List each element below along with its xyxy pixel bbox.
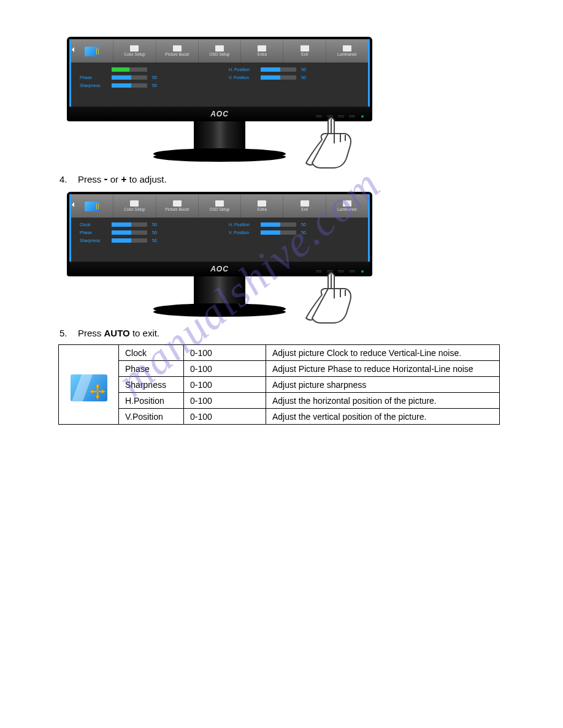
monitor-logo: AOC [210, 265, 229, 273]
monitor-figure-1: Color Setup Picture Boost OSD Setup Extr… [67, 37, 372, 162]
osd-row: V. Position50 [229, 230, 359, 235]
monitor-figure-2: Color Setup Picture Boost OSD Setup Extr… [67, 192, 372, 317]
osd-tab-extra: Extra [240, 194, 283, 218]
osd-tab-picture-boost: Picture Boost [156, 39, 198, 63]
svg-marker-7 [98, 390, 105, 393]
osd-tab-extra: Extra [240, 39, 283, 63]
osd-row: Sharpness50 [80, 238, 210, 243]
osd-tab-luminance: Luminance [326, 194, 368, 218]
exit-icon [301, 45, 309, 51]
osd-row: Phase50 [80, 75, 210, 80]
osd-tab-picture-boost: Picture Boost [156, 194, 198, 218]
setting-desc: Adjust the vertical position of the pict… [266, 409, 500, 425]
osd-tab-image-setup [71, 194, 113, 218]
table-row: Clock 0-100 Adjust picture Clock to redu… [59, 345, 500, 361]
osd-row: H. Position50 [229, 67, 359, 72]
step-text: Press AUTO to exit. [78, 328, 159, 338]
table-icon-cell [59, 345, 119, 425]
monitor-logo: AOC [210, 110, 229, 118]
color-icon [130, 200, 139, 207]
osd-tab-color: Color Setup [113, 39, 155, 63]
setting-range: 0-100 [184, 393, 266, 409]
svg-marker-4 [96, 384, 99, 391]
setting-name: Clock [119, 345, 184, 361]
luminance-icon [343, 200, 351, 207]
setting-desc: Adjust picture Clock to reduce Vertical-… [266, 345, 500, 361]
setting-name: Phase [119, 361, 184, 377]
svg-marker-5 [96, 392, 99, 400]
osd-setup-icon [215, 200, 224, 207]
luminance-icon [343, 45, 351, 51]
osd-tab-exit: Exit [283, 39, 325, 63]
osd-tabs: Color Setup Picture Boost OSD Setup Extr… [71, 39, 368, 63]
setting-name: H.Position [119, 393, 184, 409]
image-setup-icon [85, 47, 99, 56]
extra-icon [258, 200, 266, 207]
osd-tab-luminance: Luminance [326, 39, 368, 63]
table-row: V.Position 0-100 Adjust the vertical pos… [59, 409, 500, 425]
setting-desc: Adjust the horizontal position of the pi… [266, 393, 500, 409]
picture-boost-icon [173, 200, 182, 207]
step-number: 4. [59, 174, 78, 184]
osd-tab-image-setup [71, 39, 113, 63]
osd-row [80, 67, 210, 72]
osd-tab-exit: Exit [283, 194, 325, 218]
picture-boost-icon [173, 45, 182, 51]
exit-icon [301, 200, 309, 207]
extra-icon [258, 45, 266, 51]
setting-range: 0-100 [184, 361, 266, 377]
osd-row: V. Position50 [229, 75, 359, 80]
table-row: Sharpness 0-100 Adjust picture sharpness [59, 377, 500, 393]
step-4: 4. Press - or + to adjust. [59, 173, 508, 186]
setting-range: 0-100 [184, 409, 266, 425]
osd-tab-osd-setup: OSD Setup [198, 194, 240, 218]
osd-row: Sharpness50 [80, 83, 210, 88]
setting-name: Sharpness [119, 377, 184, 393]
svg-point-3 [153, 307, 286, 317]
setting-desc: Adjust Picture Phase to reduce Horizonta… [266, 361, 500, 377]
image-setup-icon [85, 202, 99, 211]
table-row: H.Position 0-100 Adjust the horizontal p… [59, 393, 500, 409]
table-row: Phase 0-100 Adjust Picture Phase to redu… [59, 361, 500, 377]
svg-point-1 [153, 152, 286, 162]
step-5: 5. Press AUTO to exit. [59, 328, 508, 338]
image-setup-icon [71, 374, 107, 401]
osd-row: H. Position50 [229, 222, 359, 227]
osd-tab-osd-setup: OSD Setup [198, 39, 240, 63]
color-icon [130, 45, 139, 51]
step-text: Press - or + to adjust. [78, 173, 167, 186]
setting-name: V.Position [119, 409, 184, 425]
osd-tab-color: Color Setup [113, 194, 155, 218]
hand-pointing-icon [297, 115, 365, 172]
osd-row: Clock50 [80, 222, 210, 227]
settings-table: Clock 0-100 Adjust picture Clock to redu… [58, 344, 500, 425]
osd-tabs: Color Setup Picture Boost OSD Setup Extr… [71, 194, 368, 218]
hand-pointing-icon [297, 270, 365, 327]
osd-row: Phase50 [80, 230, 210, 235]
svg-marker-6 [90, 390, 97, 393]
setting-desc: Adjust picture sharpness [266, 377, 500, 393]
step-number: 5. [59, 328, 78, 338]
setting-range: 0-100 [184, 377, 266, 393]
setting-range: 0-100 [184, 345, 266, 361]
osd-setup-icon [215, 45, 224, 51]
